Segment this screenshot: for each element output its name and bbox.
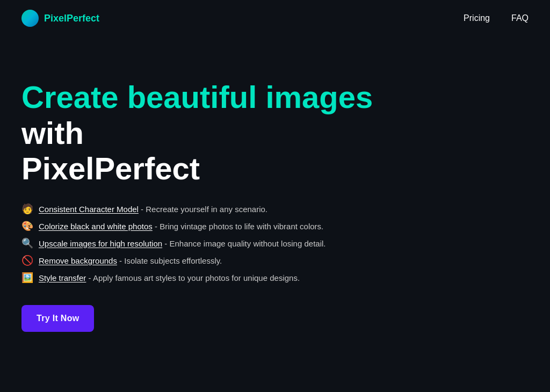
upscale-icon: 🔍 bbox=[21, 237, 33, 249]
try-it-now-button[interactable]: Try It Now bbox=[21, 305, 94, 332]
feature-item-3-text: Upscale images for high resolution - Enh… bbox=[39, 239, 325, 248]
feature-item-1-text: Consistent Character Model - Recreate yo… bbox=[39, 205, 267, 214]
hero-title-gradient: Create beautiful images bbox=[21, 79, 373, 114]
feature-item-2-text: Colorize black and white photos - Bring … bbox=[39, 222, 323, 231]
feature-item-4: 🚫 Remove backgrounds - Isolate subjects … bbox=[21, 255, 408, 266]
feature-desc-1: - Recreate yourself in any scenario. bbox=[139, 205, 267, 214]
feature-item-5: 🖼️ Style transfer - Apply famous art sty… bbox=[21, 272, 408, 284]
feature-desc-5: - Apply famous art styles to your photos… bbox=[86, 273, 300, 282]
feature-list: 🧑 Consistent Character Model - Recreate … bbox=[21, 203, 408, 284]
feature-desc-2: - Bring vintage photos to life with vibr… bbox=[153, 222, 324, 231]
feature-item-4-text: Remove backgrounds - Isolate subjects ef… bbox=[39, 256, 222, 265]
feature-link-upscale[interactable]: Upscale images for high resolution bbox=[39, 239, 162, 248]
feature-link-style-transfer[interactable]: Style transfer bbox=[39, 273, 86, 282]
nav-link-faq[interactable]: FAQ bbox=[511, 13, 529, 23]
nav-links: Pricing FAQ bbox=[464, 13, 529, 23]
hero-title-brand: PixelPerfect bbox=[21, 151, 200, 186]
feature-link-remove-bg[interactable]: Remove backgrounds bbox=[39, 256, 117, 265]
feature-item-2: 🎨 Colorize black and white photos - Brin… bbox=[21, 220, 408, 232]
hero-section: Create beautiful images with PixelPerfec… bbox=[0, 37, 430, 364]
character-model-icon: 🧑 bbox=[21, 203, 33, 215]
logo-icon bbox=[21, 10, 39, 27]
feature-link-character-model[interactable]: Consistent Character Model bbox=[39, 205, 139, 214]
feature-desc-3: - Enhance image quality without losing d… bbox=[162, 239, 325, 248]
logo-text: PixelPerfect bbox=[44, 13, 99, 24]
nav-link-pricing[interactable]: Pricing bbox=[464, 13, 490, 23]
feature-item-1: 🧑 Consistent Character Model - Recreate … bbox=[21, 203, 408, 215]
navbar: PixelPerfect Pricing FAQ bbox=[0, 0, 550, 37]
feature-item-3: 🔍 Upscale images for high resolution - E… bbox=[21, 237, 408, 249]
style-transfer-icon: 🖼️ bbox=[21, 272, 33, 284]
hero-title: Create beautiful images with PixelPerfec… bbox=[21, 79, 408, 187]
feature-desc-4: - Isolate subjects effortlessly. bbox=[117, 256, 222, 265]
colorize-icon: 🎨 bbox=[21, 220, 33, 232]
logo[interactable]: PixelPerfect bbox=[21, 10, 99, 27]
feature-item-5-text: Style transfer - Apply famous art styles… bbox=[39, 273, 300, 282]
hero-title-suffix: with bbox=[21, 115, 84, 150]
feature-link-colorize[interactable]: Colorize black and white photos bbox=[39, 222, 153, 231]
remove-bg-icon: 🚫 bbox=[21, 255, 33, 266]
